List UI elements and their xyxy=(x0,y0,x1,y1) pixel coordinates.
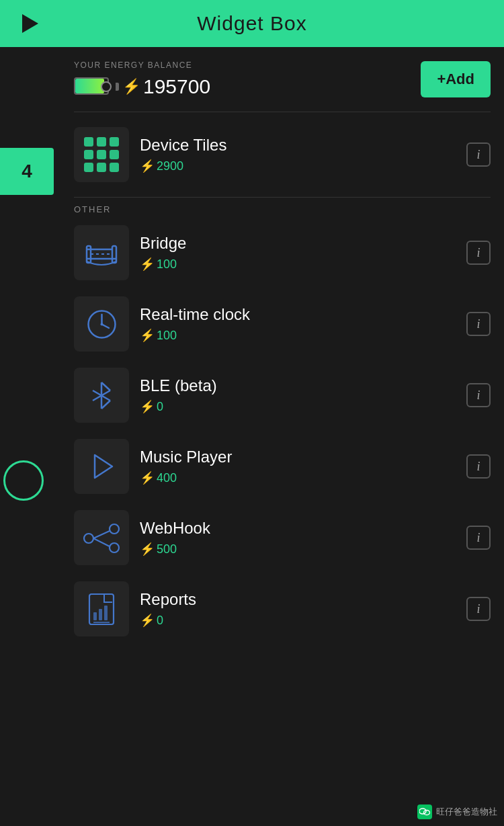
bolt-icon: ⚡ xyxy=(122,78,140,95)
grid-cell-8 xyxy=(97,163,106,172)
music-player-item: Music Player ⚡ 400 i xyxy=(74,431,491,502)
webhook-name: WebHook xyxy=(140,519,456,538)
svg-point-16 xyxy=(110,543,119,552)
sidebar-tab-5[interactable] xyxy=(0,457,47,504)
app-header: Widget Box xyxy=(0,0,504,47)
svg-rect-20 xyxy=(93,612,97,620)
music-play-icon xyxy=(87,450,117,483)
reports-cost-value: 0 xyxy=(157,614,163,628)
music-name: Music Player xyxy=(140,448,456,466)
device-tiles-icon-box xyxy=(74,127,129,182)
svg-point-25 xyxy=(424,810,430,815)
bridge-icon xyxy=(81,236,122,270)
svg-point-8 xyxy=(100,323,103,325)
wechat-logo xyxy=(419,808,430,817)
watermark-text: 旺仔爸爸造物社 xyxy=(436,806,497,818)
device-tiles-info-button[interactable]: i xyxy=(466,142,491,167)
clock-icon xyxy=(83,306,120,343)
ble-icon-box xyxy=(74,368,129,423)
webhook-cost-value: 500 xyxy=(157,542,177,556)
bluetooth-icon xyxy=(85,377,118,414)
webhook-cost: ⚡ 500 xyxy=(140,542,456,556)
energy-number: 195700 xyxy=(143,75,210,98)
webhook-icon xyxy=(82,520,121,556)
device-tiles-grid-icon xyxy=(84,137,119,172)
app-title: Widget Box xyxy=(197,12,306,35)
other-section-label: OTHER xyxy=(74,204,491,214)
clock-cost: ⚡ 100 xyxy=(140,328,456,343)
svg-line-17 xyxy=(93,531,110,538)
sidebar-tab-4[interactable]: 4 xyxy=(0,148,54,195)
svg-point-24 xyxy=(419,809,426,814)
grid-cell-4 xyxy=(84,150,93,159)
grid-cell-2 xyxy=(97,137,106,147)
bridge-info-button[interactable]: i xyxy=(466,241,491,265)
bridge-info: Bridge ⚡ 100 xyxy=(140,234,456,272)
music-cost-value: 400 xyxy=(157,471,177,485)
svg-line-10 xyxy=(101,382,110,390)
webhook-info-button[interactable]: i xyxy=(466,526,491,550)
device-tiles-name: Device Tiles xyxy=(140,136,456,155)
ble-bolt: ⚡ xyxy=(140,399,155,414)
svg-rect-1 xyxy=(112,246,116,263)
bridge-icon-box xyxy=(74,225,129,280)
device-tiles-cost-value: 2900 xyxy=(157,159,183,173)
clock-bolt: ⚡ xyxy=(140,328,155,343)
energy-left: YOUR ENERGY BALANCE ⚡ 195700 xyxy=(74,60,210,98)
energy-amount: ⚡ 195700 xyxy=(122,75,210,98)
battery-fill xyxy=(75,79,104,93)
webhook-info: WebHook ⚡ 500 xyxy=(140,519,456,556)
sidebar-tab-4-label: 4 xyxy=(22,161,32,182)
reports-item: Reports ⚡ 0 i xyxy=(74,573,491,645)
energy-value-row: ⚡ 195700 xyxy=(74,75,210,98)
reports-info-button[interactable]: i xyxy=(466,597,491,621)
clock-icon-box xyxy=(74,296,129,352)
ble-name: BLE (beta) xyxy=(140,376,456,395)
webhook-icon-box xyxy=(74,510,129,565)
reports-name: Reports xyxy=(140,590,456,609)
play-button[interactable] xyxy=(20,13,40,34)
divider-top xyxy=(74,112,491,112)
main-content: YOUR ENERGY BALANCE ⚡ 195700 +Add xyxy=(0,47,504,645)
ble-item: BLE (beta) ⚡ 0 i xyxy=(74,360,491,431)
music-bolt: ⚡ xyxy=(140,470,155,485)
real-time-clock-item: Real-time clock ⚡ 100 i xyxy=(74,288,491,360)
bridge-name: Bridge xyxy=(140,234,456,253)
ble-info-button[interactable]: i xyxy=(466,383,491,407)
svg-rect-22 xyxy=(104,606,108,620)
bridge-bolt: ⚡ xyxy=(140,257,155,272)
wechat-icon xyxy=(417,804,432,819)
battery-cap xyxy=(116,83,119,91)
music-cost: ⚡ 400 xyxy=(140,470,456,485)
energy-label: YOUR ENERGY BALANCE xyxy=(74,60,210,70)
music-info-button[interactable]: i xyxy=(466,454,491,479)
ble-cost: ⚡ 0 xyxy=(140,399,456,414)
device-tiles-info: Device Tiles ⚡ 2900 xyxy=(140,136,456,173)
bridge-item: Bridge ⚡ 100 i xyxy=(74,217,491,288)
music-info: Music Player ⚡ 400 xyxy=(140,448,456,485)
grid-cell-7 xyxy=(84,163,93,172)
reports-icon-box xyxy=(74,581,129,636)
add-energy-button[interactable]: +Add xyxy=(421,61,491,97)
device-tiles-cost: ⚡ 2900 xyxy=(140,159,456,173)
ble-cost-value: 0 xyxy=(157,400,163,414)
music-icon-box xyxy=(74,439,129,494)
clock-info: Real-time clock ⚡ 100 xyxy=(140,305,456,343)
play-icon xyxy=(22,14,38,33)
clock-info-button[interactable]: i xyxy=(466,312,491,336)
battery-inner-circle xyxy=(101,81,112,92)
svg-line-12 xyxy=(101,401,110,409)
divider-other xyxy=(74,197,491,198)
svg-point-15 xyxy=(110,524,119,534)
grid-cell-5 xyxy=(97,150,106,159)
battery-icon xyxy=(74,77,114,96)
bridge-cost-value: 100 xyxy=(157,257,177,272)
webhook-bolt: ⚡ xyxy=(140,542,155,556)
bridge-cost: ⚡ 100 xyxy=(140,257,456,272)
grid-cell-9 xyxy=(110,163,119,172)
grid-cell-6 xyxy=(110,150,119,159)
svg-line-18 xyxy=(93,538,110,546)
energy-balance-section: YOUR ENERGY BALANCE ⚡ 195700 +Add xyxy=(74,60,491,98)
reports-icon xyxy=(84,591,119,628)
reports-bolt: ⚡ xyxy=(140,613,155,628)
